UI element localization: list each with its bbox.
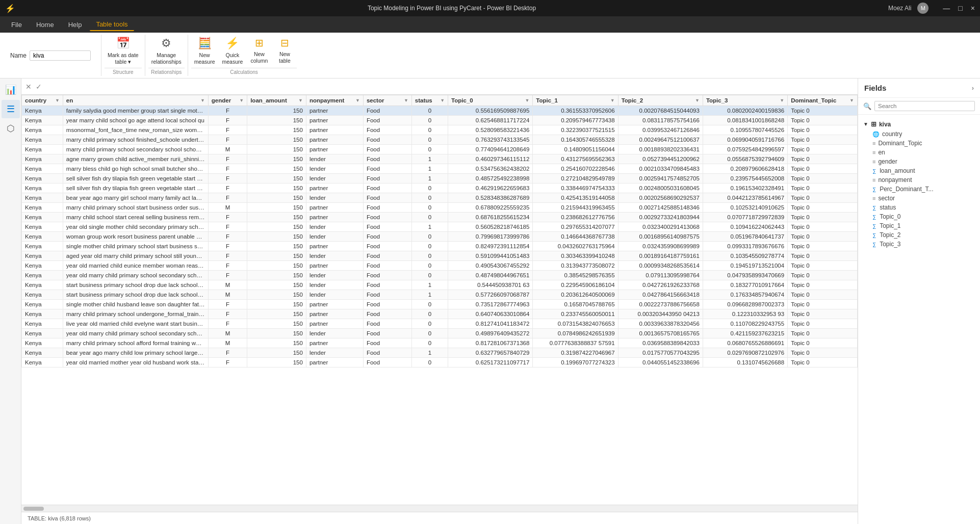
quick-measure-button[interactable]: ⚡ Quickmeasure — [219, 35, 246, 67]
cell-dominant_topic: Topic 0 — [788, 329, 858, 338]
table-row[interactable]: Kenyayear old marry child primary school… — [22, 329, 858, 338]
maximize-button[interactable]: □ — [958, 4, 962, 12]
col-header-dominant-topic[interactable]: Dominant_Topic▼ — [788, 95, 858, 106]
col-header-topic3[interactable]: Topic_3▼ — [703, 95, 787, 106]
field-item-topic-3[interactable]: ∑Topic_3 — [858, 240, 980, 249]
table-row[interactable]: Kenyafamily salydia good member group st… — [22, 106, 858, 116]
filter-icon-topic0[interactable]: ▼ — [525, 98, 529, 103]
tree-group-header-kiva[interactable]: ▼ ⊞ kiva — [858, 119, 980, 129]
cancel-icon[interactable]: ✕ — [25, 83, 32, 91]
field-item-dominant-topic[interactable]: ≡Dominant_Topic — [858, 139, 980, 148]
field-item-nonpayment[interactable]: ≡nonpayment — [858, 175, 980, 185]
confirm-icon[interactable]: ✓ — [36, 83, 42, 91]
field-item-topic-1[interactable]: ∑Topic_1 — [858, 221, 980, 230]
new-table-button[interactable]: ⊟ Newtable — [272, 35, 297, 66]
field-item-topic-0[interactable]: ∑Topic_0 — [858, 212, 980, 221]
filter-icon-dominant[interactable]: ▼ — [849, 98, 854, 103]
table-row[interactable]: Kenyalive year old married child evelyne… — [22, 319, 858, 329]
col-header-sector[interactable]: sector▼ — [363, 95, 411, 106]
new-column-button[interactable]: ⊞ Newcolumn — [247, 35, 271, 66]
table-row[interactable]: Kenyamarry child primary school finished… — [22, 135, 858, 145]
sum-icon: ∑ — [872, 232, 876, 238]
field-item-en[interactable]: ≡en — [858, 148, 980, 157]
cell-loan_amount: 150 — [247, 280, 306, 290]
table-row[interactable]: Kenyasingle mother child primary school … — [22, 242, 858, 251]
table-row[interactable]: Kenyamarry child primary school undergon… — [22, 309, 858, 319]
table-row[interactable]: Kenyayear old married mother year old hu… — [22, 358, 858, 368]
filter-icon-topic2[interactable]: ▼ — [695, 98, 700, 103]
col-header-topic1[interactable]: Topic_1▼ — [533, 95, 618, 106]
col-header-topic0[interactable]: Topic_0▼ — [448, 95, 533, 106]
field-item-sector[interactable]: ≡sector — [858, 194, 980, 203]
new-measure-button[interactable]: 🧮 Newmeasure — [191, 35, 218, 67]
field-item-status[interactable]: ∑status — [858, 203, 980, 212]
table-row[interactable]: Kenyawoman group work resort business pa… — [22, 232, 858, 242]
minimize-button[interactable]: — — [943, 4, 950, 12]
fields-collapse-icon[interactable]: › — [972, 84, 974, 92]
fields-search-input[interactable] — [874, 101, 975, 111]
field-item-country[interactable]: 🌐country — [858, 129, 980, 139]
table-row[interactable]: Kenyamsonormal_font_face_time new_roman_… — [22, 125, 858, 135]
field-item-perc-dominant-t---[interactable]: ∑Perc_Dominant_T... — [858, 185, 980, 194]
cell-nonpayment: partner — [306, 261, 363, 271]
manage-relationships-label: Managerelationships — [151, 52, 182, 65]
menu-item-help[interactable]: Help — [62, 19, 88, 31]
cell-country: Kenya — [22, 338, 63, 348]
table-row[interactable]: Kenyayear old single mother child second… — [22, 222, 858, 232]
table-row[interactable]: Kenyamarry child primary school secondar… — [22, 145, 858, 154]
col-header-en[interactable]: en▼ — [63, 95, 208, 106]
filter-icon-sector[interactable]: ▼ — [404, 98, 408, 103]
filter-icon-topic1[interactable]: ▼ — [610, 98, 615, 103]
filter-icon-status[interactable]: ▼ — [440, 98, 445, 103]
table-row[interactable]: Kenyabear year ago marry child low prima… — [22, 348, 858, 358]
table-row[interactable]: Kenyastart business primary school drop … — [22, 290, 858, 300]
table-row[interactable]: Kenyamarry child school start cereal sel… — [22, 213, 858, 222]
table-row[interactable]: Kenyasingle mother child husband leave s… — [22, 300, 858, 309]
table-row[interactable]: Kenyamarry child primary school afford f… — [22, 338, 858, 348]
filter-icon-nonpayment[interactable]: ▼ — [355, 98, 360, 103]
window-controls[interactable]: — □ × — [943, 4, 975, 12]
manage-relationships-button[interactable]: ⚙ Managerelationships — [148, 35, 185, 67]
field-item-loan-amount[interactable]: ∑loan_amount — [858, 166, 980, 175]
table-row[interactable]: Kenyamarry child primary school start bu… — [22, 203, 858, 213]
model-view-icon[interactable]: ⬡ — [2, 119, 20, 138]
col-header-gender[interactable]: gender▼ — [208, 95, 247, 106]
col-header-country[interactable]: country▼ — [22, 95, 63, 106]
col-header-topic2[interactable]: Topic_2▼ — [618, 95, 703, 106]
menu-item-file[interactable]: File — [5, 19, 28, 31]
table-row[interactable]: Kenyasell silver fish dry tilapia fish g… — [22, 184, 858, 193]
table-row[interactable]: Kenyaagne marry grown child active_membe… — [22, 154, 858, 164]
menu-item-home[interactable]: Home — [30, 19, 60, 31]
filter-icon-gender[interactable]: ▼ — [239, 98, 244, 103]
field-item-gender[interactable]: ≡gender — [858, 157, 980, 166]
mark-as-date-table-button[interactable]: 📅 Mark as datetable ▾ — [105, 35, 142, 67]
menu-item-table-tools[interactable]: Table tools — [90, 18, 134, 31]
close-button[interactable]: × — [971, 4, 975, 12]
filter-icon-country[interactable]: ▼ — [55, 98, 60, 103]
table-row[interactable]: Kenyayear old marry child primary school… — [22, 271, 858, 280]
col-header-loan-amount[interactable]: loan_amount▼ — [247, 95, 306, 106]
table-row[interactable]: Kenyamarry bless child go high school sm… — [22, 164, 858, 174]
cell-status: 0 — [411, 309, 448, 319]
field-item-topic-2[interactable]: ∑Topic_2 — [858, 230, 980, 240]
horizontal-scrollbar[interactable] — [21, 505, 858, 512]
table-row[interactable]: Kenyayear old married child eunice membe… — [22, 261, 858, 271]
filter-icon-topic3[interactable]: ▼ — [780, 98, 784, 103]
formula-bar-input[interactable] — [46, 83, 854, 90]
filter-icon-en[interactable]: ▼ — [200, 98, 205, 103]
table-row[interactable]: Kenyasell silver fish dry tilapia fish g… — [22, 174, 858, 184]
cell-status: 0 — [411, 106, 448, 116]
ribbon-name-section: Name — [0, 35, 101, 76]
col-header-status[interactable]: status▼ — [411, 95, 448, 106]
table-row[interactable]: Kenyabear year ago marry girl school mar… — [22, 193, 858, 203]
cell-nonpayment: partner — [306, 309, 363, 319]
table-row[interactable]: Kenyaaged year old marry child primary s… — [22, 251, 858, 261]
table-row[interactable]: Kenyastart business primary school drop … — [22, 280, 858, 290]
table-row[interactable]: Kenyayear marry child school go age atte… — [22, 116, 858, 125]
data-view-icon[interactable]: ☰ — [2, 100, 20, 118]
grid-table-wrapper[interactable]: country▼ en▼ gender▼ loan_amount▼ — [21, 95, 858, 505]
name-input[interactable] — [30, 50, 91, 61]
report-view-icon[interactable]: 📊 — [2, 81, 20, 99]
filter-icon-loan[interactable]: ▼ — [298, 98, 303, 103]
col-header-nonpayment[interactable]: nonpayment▼ — [306, 95, 363, 106]
